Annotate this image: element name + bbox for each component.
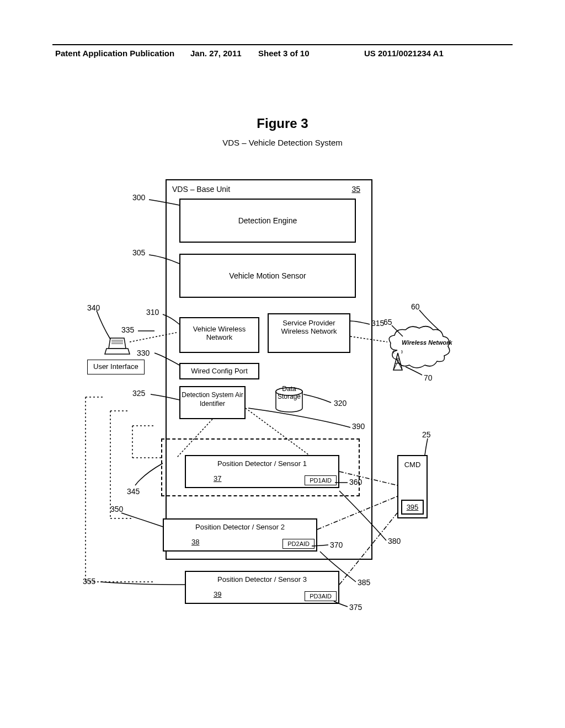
ref-325: 325 xyxy=(132,389,145,398)
pd2-aid: PD2AID xyxy=(282,539,315,549)
air-identifier-box: Detection System Air Identifier xyxy=(179,386,246,419)
header-sheet: Sheet 3 of 10 xyxy=(258,49,310,58)
pd2-num: 38 xyxy=(191,538,199,546)
svg-line-7 xyxy=(393,358,399,370)
cmd-label: CMD xyxy=(398,461,427,469)
cmd-box: CMD 395 xyxy=(397,455,428,518)
position-detector-2: Position Detector / Sensor 2 38 PD2AID xyxy=(163,518,317,552)
position-detector-3: Position Detector / Sensor 3 39 PD3AID xyxy=(185,571,339,604)
header-left: Patent Application Publication xyxy=(55,49,174,58)
pd1-num: 37 xyxy=(214,474,221,483)
position-detector-1: Position Detector / Sensor 1 37 PD1AID xyxy=(185,455,339,488)
ref-375: 375 xyxy=(349,603,362,612)
diagram-container: VDS – Base Unit 35 Detection Engine Vehi… xyxy=(77,165,491,618)
wired-config-port-box: Wired Config Port xyxy=(179,363,259,379)
svg-line-8 xyxy=(396,358,402,370)
vds-base-title: VDS – Base Unit xyxy=(172,185,230,194)
laptop-icon xyxy=(105,336,130,356)
pd3-num: 39 xyxy=(214,590,221,598)
detection-engine-box: Detection Engine xyxy=(179,199,356,243)
ref-65: 65 xyxy=(383,318,392,326)
pd1-title: Position Detector / Sensor 1 xyxy=(186,459,338,468)
service-provider-wireless-box: Service Provider Wireless Network xyxy=(268,313,350,353)
ref-305: 305 xyxy=(132,248,145,257)
ref-390: 390 xyxy=(352,422,365,431)
ref-360: 360 xyxy=(349,478,362,486)
ref-320: 320 xyxy=(334,399,347,408)
motion-sensor-box: Vehicle Motion Sensor xyxy=(179,254,356,298)
vehicle-wireless-network-box: Vehicle Wireless Network xyxy=(179,317,259,353)
ref-370: 370 xyxy=(330,540,343,549)
ref-355: 355 xyxy=(83,577,95,586)
figure-subtitle: VDS – Vehicle Detection System xyxy=(0,138,565,147)
ref-70: 70 xyxy=(424,373,433,382)
ref-310: 310 xyxy=(146,308,159,317)
header-date: Jan. 27, 2011 xyxy=(190,49,242,58)
ref-25: 25 xyxy=(422,430,431,439)
wireless-network-label: Wireless Network xyxy=(402,339,452,346)
cmd-num: 395 xyxy=(401,500,424,515)
pd1-aid: PD1AID xyxy=(305,475,337,485)
ref-380: 380 xyxy=(388,537,401,545)
ref-345: 345 xyxy=(127,487,140,496)
ref-60: 60 xyxy=(411,302,420,311)
pd2-title: Position Detector / Sensor 2 xyxy=(164,523,316,531)
header-right: US 2011/0021234 A1 xyxy=(364,49,444,58)
ref-340: 340 xyxy=(87,303,100,312)
header-divider xyxy=(52,44,513,45)
ref-385: 385 xyxy=(358,578,370,587)
vds-base-num: 35 xyxy=(351,185,360,194)
ref-350: 350 xyxy=(110,505,123,513)
user-interface-label: User Interface xyxy=(87,360,145,374)
ref-315: 315 xyxy=(371,319,384,328)
pd3-title: Position Detector / Sensor 3 xyxy=(186,575,338,584)
pd3-aid: PD3AID xyxy=(305,591,337,601)
ref-300: 300 xyxy=(132,193,145,202)
tower-icon xyxy=(392,350,404,371)
ref-335: 335 xyxy=(121,325,134,334)
ref-330: 330 xyxy=(137,349,150,357)
figure-title: Figure 3 xyxy=(0,116,565,131)
data-storage-label: Data Storage xyxy=(275,385,303,401)
